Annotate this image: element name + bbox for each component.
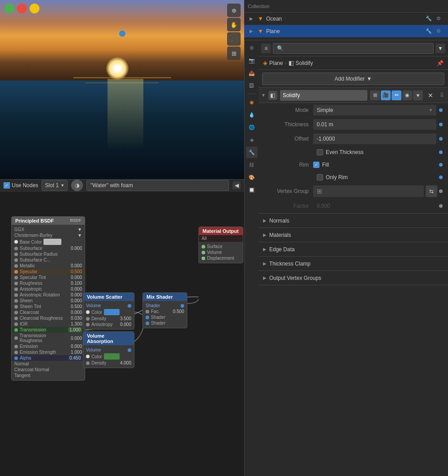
circle-btn-yellow[interactable] [30,4,39,13]
mode-dot[interactable] [439,108,443,112]
thickness-value[interactable]: 0.01 m [313,119,436,130]
modifier-collapse-btn[interactable]: ▼ [261,93,266,98]
outliner-item-plane[interactable]: ▶ ▼ Plane 🔧 ⚙ [244,25,448,38]
side-icon-texture[interactable]: 🔲 [246,184,258,196]
viewport-3d[interactable]: ⊕ ✋ 🎥 ⊞ [0,0,244,179]
thickness-clamp-section[interactable]: ▶ Thickness Clamp [258,256,448,270]
normals-arrow: ▶ [263,218,267,223]
add-modifier-btn[interactable]: Add Modifier ▼ [262,73,444,85]
side-icon-particles[interactable]: 💧 [246,109,258,120]
search-box[interactable]: 🔍 [273,43,434,54]
side-icon-constraints[interactable]: ⛓ [246,159,258,171]
normals-title: Normals [269,218,289,224]
plane-visibility-icon[interactable]: 🔧 [425,27,433,35]
normals-section[interactable]: ▶ Normals [258,213,448,227]
materials-arrow: ▶ [263,232,267,237]
modifier-icon: ◧ [268,91,277,100]
vertex-group-swap-btn[interactable]: ⇆ [426,185,437,197]
breadcrumb-solidify: Solidify [296,60,313,66]
even-thickness-checkbox[interactable] [317,149,323,155]
volume-scatter-node[interactable]: Volume Scatter Volume Color Density3.500… [83,292,134,330]
materials-title: Materials [269,232,291,238]
principled-bsdf-node[interactable]: Principled BSDF BSDF GGX▼ Christensen-Bu… [11,216,85,381]
mix-shader-node[interactable]: Mix Shader Shader Fac.0.500 Shader Shade… [142,292,187,328]
ocean-render-icon[interactable]: ⚙ [435,15,443,23]
outliner-item-ocean[interactable]: ▶ ▼ Ocean 🔧 ⚙ [244,13,448,25]
plane-name: Plane [266,28,280,34]
modifier-cage-btn[interactable]: ◉ [402,90,412,100]
modifier-editmode-btn[interactable]: ✏ [392,90,401,100]
output-vertex-groups-title: Output Vertex Groups [269,275,321,281]
add-tool-btn[interactable]: ⊕ [227,4,241,17]
thickness-label: Thickness [264,121,313,128]
sphere-preview-btn[interactable]: ◑ [71,180,83,191]
vertex-group-label: Vertex Group [264,188,313,194]
modifier-realtime-btn[interactable]: ⊞ [370,90,380,100]
side-icon-scene[interactable]: ⚙ [246,42,258,54]
grab-tool-btn[interactable]: ✋ [227,18,241,31]
side-icon-view[interactable]: 🖼 [246,80,258,91]
offset-value[interactable]: -1.0000 [313,133,436,144]
plane-render-icon[interactable]: ⚙ [435,27,443,35]
node-header-volume-absorption: Volume Absorption [83,332,134,345]
mode-dropdown-arrow: ▼ [429,108,433,112]
use-nodes-toggle[interactable]: Use Nodes [4,182,38,189]
vertex-group-input[interactable]: ⊞ [313,185,424,197]
grid-btn[interactable]: ⊞ [227,47,241,60]
props-options-btn[interactable]: ▼ [435,43,445,53]
rim-row: Rim Fill [258,159,448,171]
side-icon-object-data[interactable]: ◈ [246,134,258,146]
use-nodes-checkbox[interactable] [4,182,10,189]
materials-section[interactable]: ▶ Materials [258,227,448,242]
edge-data-section[interactable]: ▶ Edge Data [258,242,448,256]
props-menu-btn[interactable]: ≡ [261,43,271,53]
offset-dot[interactable] [439,137,443,141]
thickness-row: Thickness 0.01 m [258,117,448,132]
material-output-node[interactable]: Material Output All Surface Volume Displ… [198,227,243,263]
material-output-all: All [199,235,243,242]
mode-dropdown[interactable]: Simple ▼ [313,105,436,116]
collapse-btn[interactable]: ◀ [233,181,241,189]
solidify-modifier-card: ▼ ◧ Solidify ⊞ 🎥 ✏ ◉ ▼ ✕ ⠿ [258,88,448,285]
only-rim-row: Only Rim [258,171,448,184]
fill-dot[interactable] [439,163,443,167]
only-rim-label: Only Rim [326,174,348,180]
ocean-visibility-icon[interactable]: 🔧 [425,15,433,23]
only-rim-checkbox[interactable] [317,174,323,180]
even-thickness-label: Even Thickness [326,149,364,155]
plane-icon: ▼ [258,28,263,34]
circle-btn-green[interactable] [4,4,14,13]
factor-dot[interactable] [439,204,443,208]
modifier-name-input[interactable]: Solidify [280,90,367,101]
pin-icon[interactable]: 📌 [437,60,444,66]
material-name[interactable]: "Water" with foam [86,180,229,191]
only-rim-dot[interactable] [439,176,443,179]
fill-checkbox[interactable] [313,162,319,168]
side-icon-material[interactable]: 🎨 [246,172,258,183]
expand-ocean[interactable]: ▶ [250,16,255,21]
thickness-dot[interactable] [439,123,443,126]
slot-dropdown[interactable]: Slot 1 ▼ [42,180,68,191]
camera-btn[interactable]: 🎥 [227,32,241,46]
output-vertex-groups-section[interactable]: ▶ Output Vertex Groups [258,270,448,285]
side-icon-object[interactable]: ◉ [246,96,258,108]
side-icon-output[interactable]: 📤 [246,67,258,79]
side-icon-render[interactable]: 📷 [246,55,258,66]
node-header-material-output: Material Output [199,227,243,235]
circle-btn-red[interactable] [17,4,27,13]
side-icon-modifier[interactable]: 🔧 [246,146,258,158]
offset-row: Offset -1.0000 [258,132,448,146]
modifier-drag-handle[interactable]: ⠿ [438,88,445,103]
side-icon-physics[interactable]: 🌐 [246,121,258,133]
ocean-icon: ▼ [258,15,263,22]
offset-label: Offset [264,136,313,142]
modifier-close-btn[interactable]: ✕ [426,90,435,100]
factor-row: Factor 0.000 [258,199,448,213]
slot-label: Slot 1 [45,182,59,189]
modifier-render-btn[interactable]: 🎥 [381,90,391,100]
volume-absorption-node[interactable]: Volume Absorption Volume Color Density4.… [83,331,134,368]
even-thickness-dot[interactable] [439,150,443,154]
modifier-expand-btn[interactable]: ▼ [413,90,423,100]
expand-plane[interactable]: ▶ [250,29,255,34]
vertex-group-dot[interactable] [439,189,443,193]
